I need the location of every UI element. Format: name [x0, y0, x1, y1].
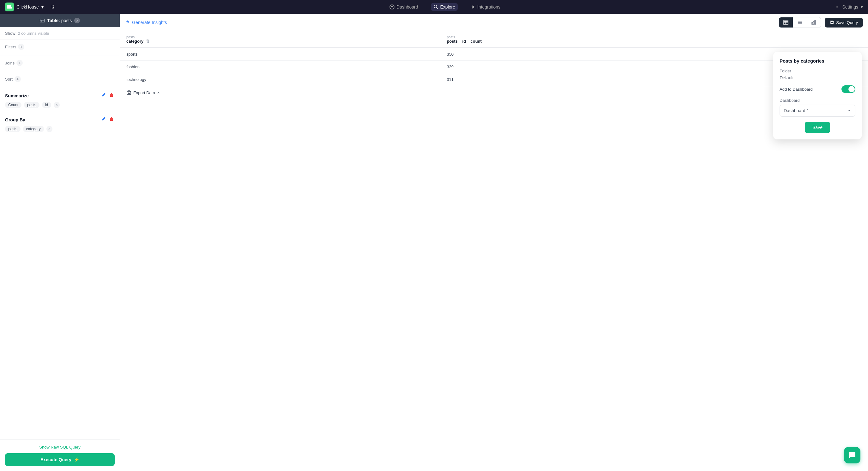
svg-rect-2 — [9, 5, 10, 8]
nav-dashboard[interactable]: Dashboard — [387, 3, 421, 11]
svg-rect-13 — [831, 23, 833, 24]
dashboard-label: Dashboard — [780, 98, 856, 103]
db-selector[interactable]: 🗄 — [51, 5, 55, 9]
left-sidebar: Table: posts × Show 2 columns visible Fi… — [0, 14, 120, 471]
dashboard-select[interactable]: Dashboard 1 Dashboard 2 — [780, 105, 856, 117]
add-join-button[interactable]: + — [17, 60, 23, 66]
add-filter-button[interactable]: + — [18, 43, 24, 50]
logo-chevron: ▾ — [41, 4, 43, 9]
add-to-dashboard-row: Add to Dashboard — [780, 85, 856, 93]
sidebar-bottom: Show Raw SQL Query Execute Query ⚡ — [0, 439, 120, 471]
filters-section: Filters + — [0, 40, 120, 56]
list-view-button[interactable] — [793, 18, 807, 28]
chart-view-button[interactable] — [807, 18, 820, 28]
save-button[interactable]: Save — [805, 122, 830, 133]
table-row: sports 350 — [120, 48, 868, 61]
add-sort-button[interactable]: + — [14, 76, 21, 82]
remove-groupby-button[interactable]: × — [46, 126, 53, 132]
table-row: fashion 339 — [120, 61, 868, 73]
export-chevron: ∧ — [157, 90, 160, 95]
remove-icon: × — [56, 103, 58, 107]
group-by-section: Group By posts category — [0, 112, 120, 136]
results-table: posts category ⇅ posts posts__id__count — [120, 31, 868, 86]
svg-rect-8 — [40, 19, 44, 22]
cell-category: sports — [120, 48, 440, 61]
settings-chevron: ▾ — [861, 4, 863, 9]
table-name: Table: posts — [48, 18, 72, 23]
view-toggle — [779, 17, 821, 28]
add-to-dashboard-label: Add to Dashboard — [780, 87, 813, 92]
svg-rect-4 — [11, 7, 12, 8]
nav-explore[interactable]: Explore — [431, 3, 458, 11]
svg-point-6 — [434, 5, 437, 8]
show-sql-link[interactable]: Show Raw SQL Query — [5, 445, 115, 449]
joins-section: Joins + — [0, 56, 120, 72]
sort-label: Sort — [5, 77, 12, 82]
summarize-id-tag: id — [42, 102, 51, 108]
delete-summarize-button[interactable] — [108, 92, 115, 99]
filters-label: Filters — [5, 45, 16, 49]
chat-bubble-button[interactable] — [844, 447, 861, 463]
save-query-label: Save Query — [836, 20, 858, 25]
settings-label: Settings — [842, 4, 858, 9]
table-footer: Export Data ∧ Total Rows: 3 — [120, 86, 868, 99]
nav-explore-label: Explore — [440, 4, 455, 9]
cell-category: technology — [120, 73, 440, 86]
generate-insights-button[interactable]: Generate Insights — [125, 20, 167, 25]
summarize-label: Summarize — [5, 93, 29, 98]
app-name: ClickHouse — [17, 4, 39, 9]
delete-groupby-button[interactable] — [108, 116, 115, 123]
save-query-panel: Posts by categories Folder Default Add t… — [773, 52, 862, 139]
summarize-count-tag: Count — [5, 102, 22, 108]
logo-icon — [5, 3, 14, 11]
folder-value: Default — [780, 75, 856, 80]
top-navigation: ClickHouse ▾ 🗄 Dashboard Explore Integra… — [0, 0, 868, 14]
show-section: Show 2 columns visible — [0, 27, 120, 40]
group-posts-tag: posts — [5, 126, 21, 132]
remove-summarize-button[interactable]: × — [54, 102, 60, 108]
table-view-button[interactable] — [779, 18, 793, 28]
sort-section: Sort + — [0, 72, 120, 88]
db-icon: 🗄 — [51, 5, 55, 9]
summarize-posts-tag: posts — [24, 102, 39, 108]
execute-label: Execute Query — [40, 457, 71, 462]
execute-query-button[interactable]: Execute Query ⚡ — [5, 453, 115, 466]
summarize-section: Summarize Count posts i — [0, 88, 120, 112]
data-area: posts category ⇅ posts posts__id__count — [120, 31, 868, 471]
export-data-button[interactable]: Export Data ∧ — [126, 90, 160, 95]
svg-rect-14 — [831, 21, 833, 22]
svg-rect-3 — [10, 5, 11, 8]
edit-groupby-button[interactable] — [100, 116, 106, 123]
cell-category: fashion — [120, 61, 440, 73]
close-table-button[interactable]: × — [74, 18, 80, 23]
folder-label: Folder — [780, 68, 856, 73]
nav-dashboard-label: Dashboard — [396, 4, 418, 9]
main-layout: Table: posts × Show 2 columns visible Fi… — [0, 14, 868, 471]
export-label: Export Data — [133, 90, 155, 95]
group-category-tag: category — [23, 126, 44, 132]
joins-label: Joins — [5, 61, 14, 65]
generate-insights-label: Generate Insights — [132, 20, 167, 25]
edit-summarize-button[interactable] — [100, 92, 106, 99]
nav-integrations[interactable]: Integrations — [468, 3, 503, 11]
count-label: Count — [8, 103, 18, 107]
sort-icon[interactable]: ⇅ — [146, 39, 149, 43]
svg-rect-9 — [784, 20, 788, 25]
main-nav: Dashboard Explore Integrations — [63, 3, 827, 11]
table-header: Table: posts × — [0, 14, 120, 27]
add-to-dashboard-toggle[interactable] — [841, 85, 856, 93]
svg-rect-0 — [7, 5, 8, 8]
column-header-category: posts category ⇅ — [120, 31, 440, 48]
svg-rect-11 — [813, 22, 814, 24]
save-panel-title: Posts by categories — [780, 58, 856, 63]
table-row: technology 311 — [120, 73, 868, 86]
execute-icon: ⚡ — [74, 457, 79, 462]
right-content: Generate Insights Save Query — [120, 14, 868, 471]
show-label: Show — [5, 31, 16, 36]
nav-integrations-label: Integrations — [477, 4, 500, 9]
show-value: 2 columns visible — [18, 31, 49, 36]
settings-menu[interactable]: Settings ▾ — [835, 4, 863, 9]
logo-clickhouse[interactable]: ClickHouse ▾ — [5, 3, 43, 11]
save-query-button[interactable]: Save Query — [825, 18, 863, 28]
svg-point-7 — [472, 6, 474, 8]
